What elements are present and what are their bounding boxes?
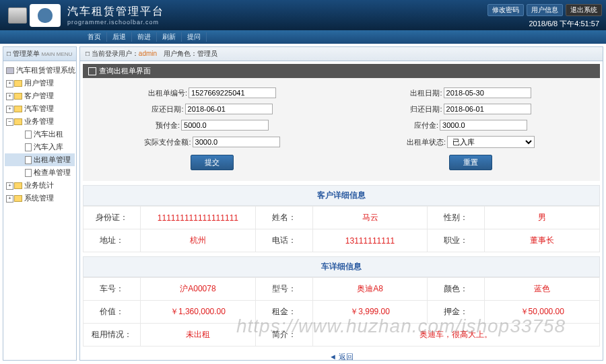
nav-qa[interactable]: 提问	[182, 32, 207, 42]
document-icon	[25, 143, 32, 151]
value-gender: 男	[485, 207, 600, 229]
folder-icon	[14, 93, 22, 100]
change-password-button[interactable]: 修改密码	[487, 4, 524, 16]
value-pledge: ￥50,000.00	[485, 301, 600, 324]
label-desc: 简介：	[255, 324, 312, 347]
value-rent: ￥3,999.00	[312, 301, 427, 324]
label-gender: 性别：	[428, 207, 485, 229]
tree-leaf-order[interactable]: 出租单管理	[5, 153, 75, 166]
value-color: 蓝色	[485, 278, 600, 301]
customer-info-table: 身份证：111111111111111111 姓名：马云 性别：男 地址：杭州 …	[83, 206, 600, 252]
label-status: 出租单状态:	[407, 137, 446, 147]
nav-refresh[interactable]: 刷新	[157, 32, 182, 42]
input-order-no[interactable]	[189, 87, 276, 98]
document-icon	[25, 169, 32, 177]
label-rent: 租金：	[255, 301, 312, 324]
tree-leaf-rent[interactable]: 汽车出租	[5, 128, 75, 141]
label-plate: 车号：	[83, 278, 141, 301]
tree-business-mgmt[interactable]: 业务管理	[5, 115, 75, 128]
disk-icon	[6, 67, 14, 74]
clock: 2018/6/8 下午4:51:57	[529, 19, 599, 29]
tree-leaf-return[interactable]: 汽车入库	[5, 141, 75, 153]
value-id: 111111111111111111	[141, 207, 255, 229]
folder-icon	[14, 182, 22, 189]
breadcrumb: □ 当前登录用户：admin 用户角色：管理员	[80, 47, 603, 61]
label-job: 职业：	[428, 229, 485, 252]
logo-box	[30, 4, 61, 27]
value-value: ￥1,360,000.00	[141, 301, 255, 324]
label-value: 价值：	[83, 301, 141, 324]
label-addr: 地址：	[83, 229, 141, 252]
sidebar-title: □ 管理菜单 MAIN MENU	[3, 47, 76, 61]
section-car-title: 车详细信息	[83, 256, 600, 277]
value-model: 奥迪A8	[312, 278, 427, 301]
input-paid[interactable]	[193, 137, 280, 147]
tree-user-mgmt[interactable]: 用户管理	[5, 77, 75, 89]
nav-back[interactable]: 后退	[107, 32, 132, 42]
document-icon	[25, 156, 32, 164]
folder-icon	[14, 106, 22, 112]
label-color: 颜色：	[428, 278, 485, 301]
folder-icon	[14, 118, 22, 125]
label-model: 型号：	[255, 278, 312, 301]
value-plate: 沪A00078	[141, 278, 255, 301]
value-desc: 奥迪车，很高大上。	[312, 324, 599, 347]
tree-customer-mgmt[interactable]: 客户管理	[5, 89, 75, 102]
back-link[interactable]: 返回	[329, 353, 354, 361]
content-area: □ 当前登录用户：admin 用户角色：管理员 查询出租单界面 出租单编号: 出…	[79, 46, 603, 361]
label-car-status: 租用情况：	[83, 324, 141, 347]
nav-tree: 汽车租赁管理系统 用户管理 客户管理 汽车管理 业务管理 汽车出租 汽车入库 出…	[3, 61, 76, 207]
label-payable: 应付金:	[414, 120, 438, 131]
input-due-date[interactable]	[185, 104, 273, 114]
label-rent-date: 出租日期:	[410, 88, 442, 98]
app-header: 汽车租赁管理平台 programmer.ischoolbar.com 修改密码 …	[0, 0, 606, 30]
folder-icon	[14, 80, 22, 87]
tree-stats[interactable]: 业务统计	[5, 179, 75, 192]
user-info-button[interactable]: 用户信息	[527, 4, 563, 16]
value-name: 马云	[312, 207, 427, 229]
reset-button[interactable]: 重置	[449, 155, 492, 170]
section-customer-title: 客户详细信息	[83, 185, 600, 206]
value-addr: 杭州	[141, 229, 255, 252]
label-paid: 实际支付金额:	[144, 137, 191, 147]
monitor-icon	[8, 7, 27, 24]
value-phone: 13111111111	[312, 229, 427, 252]
input-payable[interactable]	[440, 120, 527, 131]
input-rent-date[interactable]	[444, 87, 531, 98]
tree-system-mgmt[interactable]: 系统管理	[5, 192, 75, 205]
document-icon	[25, 131, 32, 139]
folder-icon	[14, 195, 22, 202]
label-name: 姓名：	[255, 207, 312, 229]
tree-leaf-check[interactable]: 检查单管理	[5, 166, 75, 179]
penguin-icon	[38, 8, 53, 23]
nav-home[interactable]: 首页	[7, 32, 107, 42]
label-phone: 电话：	[255, 229, 312, 252]
back-row: 返回	[83, 347, 600, 361]
nav-forward[interactable]: 前进	[132, 32, 157, 42]
tree-root[interactable]: 汽车租赁管理系统	[5, 64, 75, 77]
label-pledge: 押金：	[428, 301, 485, 324]
navbar: 首页 后退 前进 刷新 提问	[0, 30, 606, 44]
input-deposit[interactable]	[181, 120, 269, 131]
select-status[interactable]: 已入库	[447, 136, 535, 148]
value-car-status: 未出租	[141, 324, 255, 347]
tree-car-mgmt[interactable]: 汽车管理	[5, 102, 75, 115]
submit-button[interactable]: 提交	[191, 155, 234, 170]
sidebar: □ 管理菜单 MAIN MENU 汽车租赁管理系统 用户管理 客户管理 汽车管理…	[3, 46, 77, 361]
value-job: 董事长	[485, 229, 600, 252]
panel-title: 查询出租单界面	[83, 64, 600, 78]
search-form: 出租单编号: 出租日期: 应还日期: 归还日期: 预付金: 应付金: 实际支付金…	[83, 78, 600, 181]
label-order-no: 出租单编号:	[148, 88, 187, 98]
label-deposit: 预付金:	[156, 120, 180, 131]
car-info-table: 车号：沪A00078 型号：奥迪A8 颜色：蓝色 价值：￥1,360,000.0…	[83, 277, 600, 347]
app-subtitle: programmer.ischoolbar.com	[67, 19, 164, 26]
label-id: 身份证：	[83, 207, 141, 229]
label-return-date: 归还日期:	[410, 104, 442, 114]
input-return-date[interactable]	[444, 104, 531, 114]
label-due-date: 应还日期:	[152, 104, 183, 114]
logout-button[interactable]: 退出系统	[566, 4, 602, 16]
app-title: 汽车租赁管理平台	[67, 5, 164, 19]
